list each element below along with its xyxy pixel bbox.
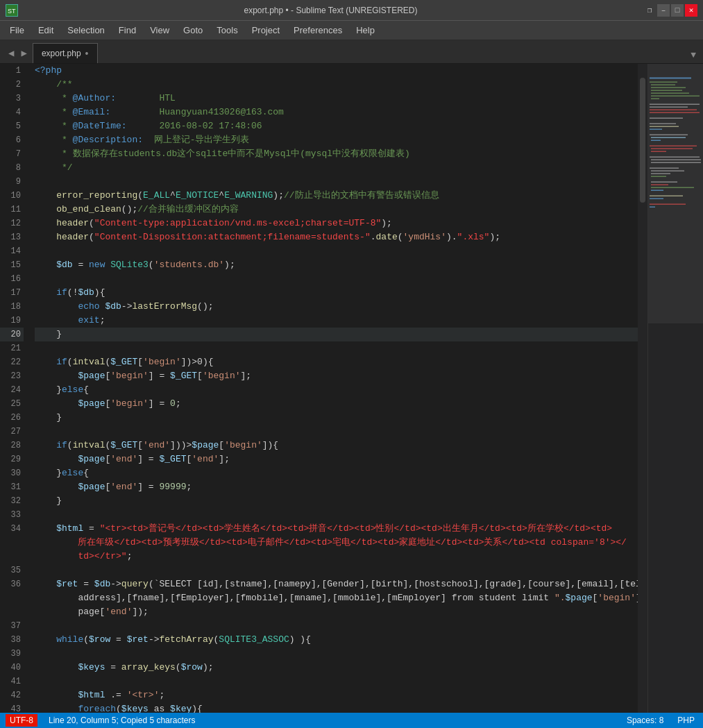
code-area[interactable]: <?php /** * @Author: HTL * @Email: Huang…: [29, 64, 638, 713]
title-bar-title: export.php • - Sublime Text (UNREGISTERE…: [18, 6, 643, 15]
status-bar-right: Spaces: 8 PHP: [624, 716, 697, 725]
line-num-42: 42: [0, 688, 24, 702]
minimize-button[interactable]: –: [657, 4, 670, 17]
menu-edit[interactable]: Edit: [31, 22, 60, 38]
line-num-41: 41: [0, 675, 24, 688]
code-line-43: foreach($keys as $key){: [35, 702, 638, 713]
line-num-36b: [0, 591, 24, 605]
menu-selection[interactable]: Selection: [60, 22, 111, 38]
line-num-40: 40: [0, 661, 24, 675]
menu-preferences[interactable]: Preferences: [287, 22, 349, 38]
code-line-37: [35, 619, 638, 633]
title-bar: ST export.php • - Sublime Text (UNREGIST…: [0, 0, 703, 21]
code-line-34: $html = "<tr><td>普记号</td><td>学生姓名</td><t…: [35, 522, 638, 536]
line-num-31: 31: [0, 480, 24, 494]
code-line-11: ob_end_clean();//合并输出缓冲区的内容: [35, 203, 638, 217]
line-num-19: 19: [0, 314, 24, 328]
code-line-34b: 所在年级</td><td>预考班级</td><td>电子邮件</td><td>宅…: [35, 536, 638, 550]
line-num-37: 37: [0, 619, 24, 633]
code-line-42: $html .= '<tr>';: [35, 688, 638, 702]
line-num-26: 26: [0, 411, 24, 425]
code-line-17: if(!$db){: [35, 286, 638, 300]
code-line-2: /**: [35, 78, 638, 92]
maximize-button[interactable]: □: [671, 4, 684, 17]
title-bar-left: ST: [6, 4, 18, 17]
tab-modified-indicator: •: [85, 48, 89, 59]
menu-find[interactable]: Find: [112, 22, 143, 38]
code-line-28: if(intval($_GET['end']))>$page['begin'])…: [35, 439, 638, 452]
menu-project[interactable]: Project: [245, 22, 287, 38]
line-num-2: 2: [0, 78, 24, 92]
code-line-12: header("Content-type:application/vnd.ms-…: [35, 217, 638, 230]
line-num-1: 1: [0, 64, 24, 78]
title-bar-controls: ❐ – □ ✕: [643, 4, 697, 17]
status-language[interactable]: PHP: [675, 716, 697, 725]
line-num-36c: [0, 605, 24, 619]
tab-label: export.php: [42, 49, 81, 58]
line-num-16: 16: [0, 272, 24, 286]
menu-view[interactable]: View: [143, 22, 176, 38]
scroll-thumb[interactable]: [640, 78, 645, 203]
line-num-36: 36: [0, 577, 24, 591]
line-num-29: 29: [0, 452, 24, 466]
line-num-21: 21: [0, 341, 24, 355]
line-num-35: 35: [0, 564, 24, 577]
code-line-6: * @Description: 网上登记-导出学生列表: [35, 133, 638, 147]
code-line-23: $page['begin'] = $_GET['begin'];: [35, 369, 638, 383]
code-line-27: [35, 425, 638, 439]
code-line-41: [35, 675, 638, 688]
restore-button[interactable]: ❐: [643, 4, 656, 17]
code-line-8: */: [35, 161, 638, 175]
line-num-8: 8: [0, 161, 24, 175]
line-numbers: 1 2 3 4 5 6 7 8 9 10 11 12 13 14 15 16 1…: [0, 64, 29, 713]
menu-help[interactable]: Help: [349, 22, 382, 38]
vertical-scrollbar[interactable]: [638, 64, 647, 713]
menu-tools[interactable]: Tools: [210, 22, 244, 38]
minimap: [647, 64, 703, 713]
line-num-7: 7: [0, 147, 24, 161]
editor-area: 1 2 3 4 5 6 7 8 9 10 11 12 13 14 15 16 1…: [0, 64, 703, 713]
menu-goto[interactable]: Goto: [176, 22, 210, 38]
tab-dropdown-button[interactable]: ▼: [686, 47, 700, 63]
status-bar-left: UTF-8 Line 20, Column 5; Copied 5 charac…: [6, 714, 198, 727]
next-tab-arrow[interactable]: ▶: [18, 46, 29, 60]
line-num-15: 15: [0, 258, 24, 272]
line-num-28: 28: [0, 439, 24, 452]
code-line-18: echo $db->lastErrorMsg();: [35, 300, 638, 314]
line-num-13: 13: [0, 230, 24, 244]
tab-export-php[interactable]: export.php •: [33, 43, 98, 63]
code-line-24: }else{: [35, 383, 638, 397]
line-num-14: 14: [0, 244, 24, 258]
code-line-36c: page['end']);: [35, 605, 638, 619]
status-spaces[interactable]: Spaces: 8: [624, 716, 666, 725]
code-line-39: [35, 647, 638, 661]
line-num-39: 39: [0, 647, 24, 661]
line-num-12: 12: [0, 217, 24, 230]
code-line-34c: td></tr>";: [35, 550, 638, 564]
status-position[interactable]: Line 20, Column 5; Copied 5 characters: [46, 716, 198, 725]
code-line-14: [35, 244, 638, 258]
code-line-21: [35, 341, 638, 355]
status-encoding[interactable]: UTF-8: [6, 714, 37, 727]
code-line-1: <?php: [35, 64, 638, 78]
svg-text:ST: ST: [8, 8, 16, 15]
line-num-24: 24: [0, 383, 24, 397]
code-line-9: [35, 175, 638, 189]
prev-tab-arrow[interactable]: ◀: [6, 46, 17, 60]
line-num-30: 30: [0, 466, 24, 480]
menu-file[interactable]: File: [3, 22, 31, 38]
code-line-10: error_reporting(E_ALL^E_NOTICE^E_WARNING…: [35, 189, 638, 203]
code-line-36: $ret = $db->query(`SELECT [id],[stname],…: [35, 577, 638, 591]
code-line-35: [35, 564, 638, 577]
tab-bar: ◀ ▶ export.php • ▼: [0, 40, 703, 64]
line-num-4: 4: [0, 105, 24, 119]
app-icon: ST: [6, 4, 18, 17]
code-line-19: exit;: [35, 314, 638, 328]
code-line-38: while($row = $ret->fetchArray(SQLITE3_AS…: [35, 633, 638, 647]
code-line-4: * @Email: Huangyuan413026@163.com: [35, 105, 638, 119]
code-line-29: $page['end'] = $_GET['end'];: [35, 452, 638, 466]
code-line-40: $keys = array_keys($row);: [35, 661, 638, 675]
line-num-10: 10: [0, 189, 24, 203]
close-button[interactable]: ✕: [685, 4, 697, 17]
status-bar: UTF-8 Line 20, Column 5; Copied 5 charac…: [0, 713, 703, 728]
